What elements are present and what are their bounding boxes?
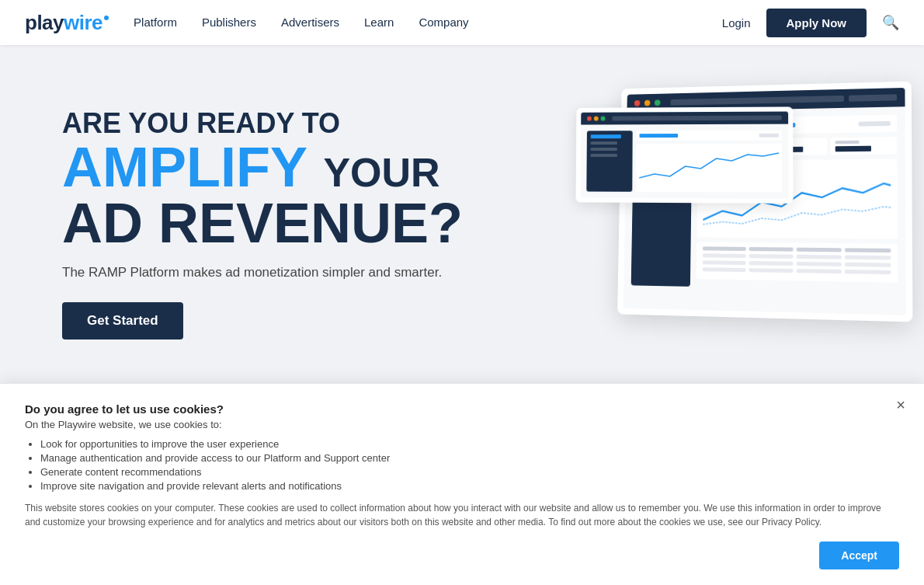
hero-your: YOUR [323, 150, 439, 195]
cookie-banner: × Do you agree to let us use cookies? On… [0, 383, 924, 585]
cookie-list-item-4: Improve site navigation and provide rele… [40, 480, 899, 492]
nav-item-advertisers[interactable]: Advertisers [281, 16, 339, 30]
hero-image [575, 84, 924, 333]
hero-line2: AMPLIFY YOUR [62, 139, 463, 195]
hero-section: ARE YOU READY TO AMPLIFY YOUR AD REVENUE… [0, 45, 924, 402]
nav-item-company[interactable]: Company [419, 16, 468, 30]
navbar: playwire Platform Publishers Advertisers… [0, 0, 924, 45]
login-link[interactable]: Login [722, 16, 751, 30]
hero-line3: AD REVENUE? [62, 195, 463, 251]
cookie-close-button[interactable]: × [896, 396, 905, 414]
search-icon[interactable]: 🔍 [882, 14, 899, 31]
nav-links: Platform Publishers Advertisers Learn Co… [134, 16, 722, 30]
nav-item-learn[interactable]: Learn [364, 16, 394, 30]
nav-item-platform[interactable]: Platform [134, 16, 177, 30]
get-started-button[interactable]: Get Started [62, 302, 183, 340]
cookie-subtitle: On the Playwire website, we use cookies … [25, 419, 899, 430]
logo-dot [104, 16, 109, 20]
dashboard-mockup-front [576, 106, 794, 203]
hero-amplify: AMPLIFY [62, 139, 307, 195]
cookie-list: Look for opportunities to improve the us… [25, 438, 899, 492]
cookie-list-item-3: Generate content recommendations [40, 466, 899, 478]
hero-subtitle: The RAMP Platform makes ad monetization … [62, 265, 463, 280]
nav-actions: Login Apply Now 🔍 [722, 9, 899, 37]
cookie-footer: Accept [25, 541, 899, 569]
cookie-list-item-1: Look for opportunities to improve the us… [40, 438, 899, 450]
cookie-title: Do you agree to let us use cookies? [25, 402, 899, 416]
hero-line1: ARE YOU READY TO [62, 108, 463, 139]
accept-cookies-button[interactable]: Accept [819, 541, 899, 569]
cookie-description: This website stores cookies on your comp… [25, 501, 899, 529]
nav-item-publishers[interactable]: Publishers [202, 16, 256, 30]
hero-content: ARE YOU READY TO AMPLIFY YOUR AD REVENUE… [62, 108, 463, 340]
logo[interactable]: playwire [25, 11, 109, 35]
apply-now-button[interactable]: Apply Now [766, 9, 867, 37]
cookie-list-item-2: Manage authentication and provide access… [40, 452, 899, 464]
logo-text: playwire [25, 11, 102, 35]
